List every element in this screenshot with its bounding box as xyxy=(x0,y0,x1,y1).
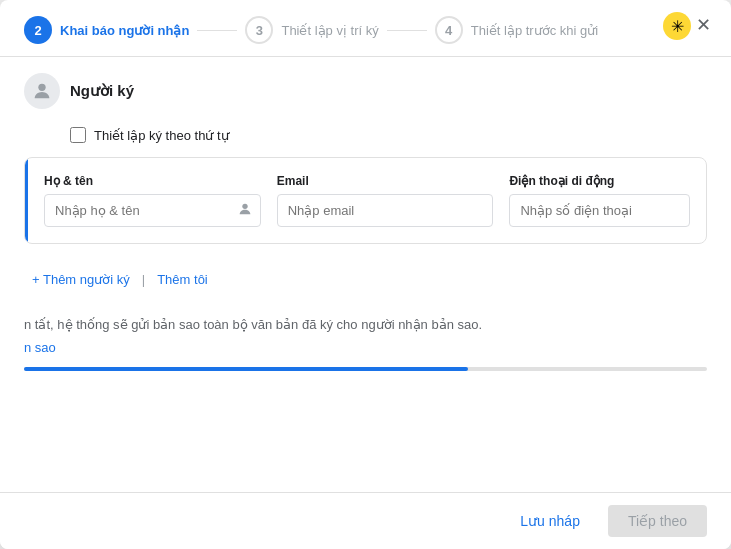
progress-bar-fill xyxy=(24,367,468,371)
name-input[interactable] xyxy=(44,194,261,227)
modal-container: 2 Khai báo người nhận 3 Thiết lập vị trí… xyxy=(0,0,731,549)
step-connector-2 xyxy=(387,30,427,31)
avatar xyxy=(24,73,60,109)
phone-input-wrap xyxy=(509,194,690,227)
name-input-wrap xyxy=(44,194,261,227)
svg-point-0 xyxy=(38,84,45,91)
separator: | xyxy=(142,272,145,287)
phone-label: Điện thoại di động xyxy=(509,174,690,188)
step-3-circle: 3 xyxy=(245,16,273,44)
name-label: Họ & tên xyxy=(44,174,261,188)
actions-row: + Thêm người ký | Thêm tôi xyxy=(24,260,707,307)
add-signer-button[interactable]: + Thêm người ký xyxy=(24,268,138,291)
modal-body: Người ký Thiết lập ký theo thứ tự Họ & t… xyxy=(0,57,731,492)
email-label: Email xyxy=(277,174,494,188)
step-2-label: Khai báo người nhận xyxy=(60,23,189,38)
step-2: 2 Khai báo người nhận xyxy=(24,16,189,44)
step-connector-1 xyxy=(197,30,237,31)
recipient-card: Họ & tên Ema xyxy=(24,157,707,244)
email-field-col: Email xyxy=(277,174,494,227)
recipient-card-inner: Họ & tên Ema xyxy=(25,158,706,243)
modal-header: 2 Khai báo người nhận 3 Thiết lập vị trí… xyxy=(0,0,731,57)
close-button[interactable]: ✕ xyxy=(692,12,715,38)
section-title: Người ký xyxy=(70,82,134,100)
progress-bar-wrap xyxy=(24,367,707,371)
stepper: 2 Khai báo người nhận 3 Thiết lập vị trí… xyxy=(24,16,707,44)
save-draft-button[interactable]: Lưu nháp xyxy=(504,505,596,537)
checkbox-row: Thiết lập ký theo thứ tự xyxy=(24,121,707,157)
step-4: 4 Thiết lập trước khi gửi xyxy=(435,16,598,44)
step-3-label: Thiết lập vị trí ký xyxy=(281,23,378,38)
sparkle-icon: ✳ xyxy=(663,12,691,40)
info-text: n tất, hệ thống sẽ gửi bản sao toàn bộ v… xyxy=(24,307,707,339)
email-input[interactable] xyxy=(277,194,494,227)
modal-footer: Lưu nháp Tiếp theo xyxy=(0,492,731,549)
next-button[interactable]: Tiếp theo xyxy=(608,505,707,537)
add-me-button[interactable]: Thêm tôi xyxy=(149,268,216,291)
email-input-wrap xyxy=(277,194,494,227)
step-2-circle: 2 xyxy=(24,16,52,44)
step-4-circle: 4 xyxy=(435,16,463,44)
step-3: 3 Thiết lập vị trí ký xyxy=(245,16,378,44)
info-section: n tất, hệ thống sẽ gửi bản sao toàn bộ v… xyxy=(24,307,707,355)
checkbox-label: Thiết lập ký theo thứ tự xyxy=(94,128,229,143)
name-field-col: Họ & tên xyxy=(44,174,261,227)
section-header: Người ký xyxy=(24,57,707,121)
order-checkbox[interactable] xyxy=(70,127,86,143)
step-4-label: Thiết lập trước khi gửi xyxy=(471,23,598,38)
phone-field-col: Điện thoại di động xyxy=(509,174,690,227)
phone-input[interactable] xyxy=(509,194,690,227)
info-link[interactable]: n sao xyxy=(24,340,56,355)
field-group: Họ & tên Ema xyxy=(44,174,690,227)
